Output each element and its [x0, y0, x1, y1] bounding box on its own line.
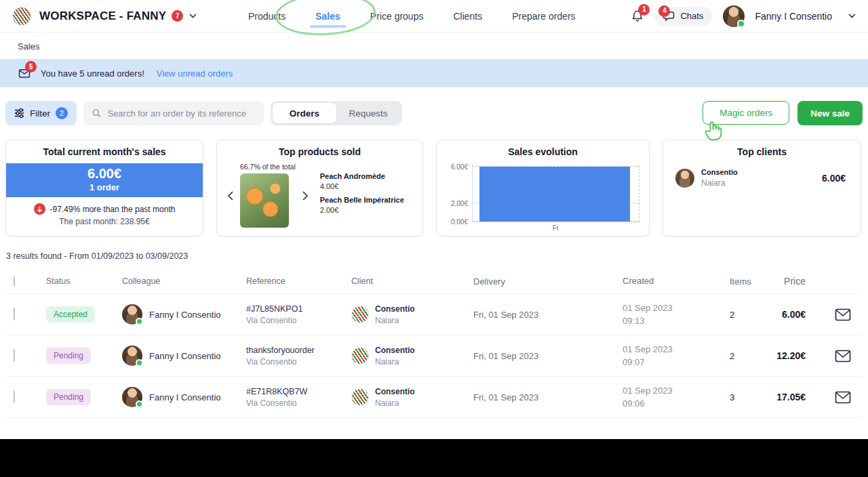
colleague-name: Fanny I Consentio: [149, 351, 221, 361]
header-status: Status: [38, 276, 114, 286]
created-date: 01 Sep 2023: [623, 343, 724, 356]
client-company: Consentio: [375, 304, 415, 314]
sales-evolution-title: Sales evolution: [437, 140, 649, 157]
top-products-share: 66.7% of the total: [240, 163, 296, 171]
search-input[interactable]: [107, 108, 256, 119]
table-row[interactable]: Accepted Fanny I Consentio #J7L85NKPO1 V…: [5, 293, 863, 335]
gridline-vertical: [639, 165, 639, 222]
order-price: 17.05€: [765, 392, 823, 402]
product-price: 4.00€: [320, 182, 404, 190]
unread-orders-badge: 5: [25, 61, 37, 72]
product-name: Peach Andromède: [320, 172, 404, 180]
client-logo-icon: [351, 347, 369, 365]
header-price: Price: [765, 276, 823, 287]
chats-label: Chats: [680, 11, 703, 21]
status-badge: Accepted: [46, 306, 95, 323]
client-avatar: [675, 169, 694, 188]
colleague-name: Fanny I Consentio: [149, 310, 221, 320]
workspace-chevron-down-icon[interactable]: [189, 14, 197, 18]
month-sales-amount: 6.00€: [6, 166, 203, 182]
consentio-logo-icon[interactable]: [12, 7, 31, 26]
client-company: Consentio: [701, 168, 738, 176]
colleague-avatar: [122, 346, 142, 366]
notifications-bell-button[interactable]: 1: [631, 9, 644, 23]
product-name: Peach Belle Impératrice: [320, 196, 404, 204]
created-time: 09:13: [623, 314, 724, 328]
message-envelope-icon[interactable]: [823, 308, 863, 321]
chats-button[interactable]: 4 Chats: [654, 7, 713, 26]
created-time: 09:06: [623, 397, 724, 411]
sales-evolution-plot: [472, 164, 639, 222]
month-sales-card: Total current month's sales 6.00€ 1 orde…: [5, 140, 203, 236]
colleague-avatar: [122, 387, 142, 407]
top-products-title: Top products sold: [217, 140, 422, 157]
delivery-date: Fri, 01 Sep 2023: [464, 310, 610, 320]
toolbar-actions: Magic orders New sale: [703, 101, 863, 125]
filter-button[interactable]: Filter 2: [5, 101, 77, 125]
table-header-row: Status Colleague Reference Client Delive…: [5, 269, 863, 293]
orders-toolbar: Filter 2 Orders Requests Magic orders Ne…: [5, 101, 863, 125]
y-tick: 2.00€: [451, 200, 468, 207]
order-reference: #J7L85NKPO1: [246, 304, 343, 314]
product-price: 2.00€: [320, 206, 404, 214]
select-all-checkbox[interactable]: [14, 276, 15, 287]
nav-products[interactable]: Products: [248, 0, 285, 33]
arrow-down-icon: [34, 203, 45, 215]
table-row[interactable]: Pending Fanny I Consentio #E71R8KQB7W Vi…: [5, 376, 863, 417]
top-products-body: 66.7% of the total Peach Andromède 4.00€…: [217, 157, 422, 228]
client-logo-icon: [351, 306, 369, 323]
carousel-next-icon[interactable]: [302, 191, 308, 201]
order-via: Via Consentio: [246, 357, 343, 367]
view-unread-orders-link[interactable]: View unread orders: [157, 68, 233, 79]
breadcrumb: Sales: [0, 33, 868, 59]
magic-orders-button[interactable]: Magic orders: [703, 101, 789, 125]
client-company: Consentio: [375, 346, 415, 355]
nav-prepare-orders[interactable]: Prepare orders: [512, 0, 575, 33]
sales-evolution-chart: 6.00€ 2.00€ 0.00€: [443, 164, 639, 222]
unread-orders-banner: 5 You have 5 unread orders! View unread …: [0, 59, 868, 87]
row-checkbox[interactable]: [14, 390, 15, 403]
client-name: Naiara: [375, 357, 415, 367]
nav-price-groups[interactable]: Price groups: [370, 0, 424, 33]
month-sales-title: Total current month's sales: [6, 140, 203, 157]
chart-y-axis: 6.00€ 2.00€ 0.00€: [443, 164, 472, 222]
toggle-orders[interactable]: Orders: [273, 103, 336, 123]
user-avatar[interactable]: [723, 5, 745, 27]
top-clients-card: Top clients Consentio Naiara 6.00€: [663, 140, 861, 236]
user-menu-chevron-down-icon[interactable]: [848, 14, 856, 18]
client-names: Consentio Naiara: [701, 168, 738, 188]
header-reference: Reference: [237, 276, 343, 286]
filter-icon: [14, 108, 24, 118]
nav-clients[interactable]: Clients: [453, 0, 482, 33]
new-sale-button[interactable]: New sale: [797, 101, 863, 125]
toggle-requests[interactable]: Requests: [336, 103, 400, 123]
chart-x-label: Fr: [472, 224, 639, 232]
carousel-prev-icon[interactable]: [228, 191, 233, 201]
status-badge: Pending: [46, 348, 91, 364]
items-count: 2: [724, 351, 765, 361]
table-row[interactable]: Pending Fanny I Consentio thanksforyouor…: [5, 335, 863, 376]
row-checkbox[interactable]: [14, 349, 15, 362]
client-amount: 6.00€: [822, 173, 846, 184]
workspace-notification-badge: 7: [172, 10, 183, 22]
message-envelope-icon[interactable]: [823, 350, 863, 362]
message-envelope-icon[interactable]: [823, 391, 863, 404]
top-navbar: WORKSPACE - FANNY 7 Products Sales Price…: [0, 0, 868, 33]
colleague-name: Fanny I Consentio: [149, 392, 221, 402]
order-price: 6.00€: [765, 309, 823, 320]
client-name: Naiara: [375, 398, 415, 408]
top-client-row: Consentio Naiara 6.00€: [663, 157, 861, 188]
colleague-avatar: [122, 304, 142, 325]
y-tick: 0.00€: [451, 218, 468, 226]
nav-sales[interactable]: Sales: [315, 0, 340, 33]
items-count: 3: [724, 392, 765, 402]
order-reference: thanksforyouorder: [246, 346, 343, 355]
delivery-date: Fri, 01 Sep 2023: [464, 392, 610, 402]
top-products-card: Top products sold 66.7% of the total Pea…: [216, 140, 423, 236]
product-photo: [240, 173, 289, 228]
main-nav: Products Sales Price groups Clients Prep…: [248, 0, 576, 33]
sales-evolution-card: Sales evolution 6.00€ 2.00€ 0.00€ Fr: [436, 140, 650, 236]
user-name[interactable]: Fanny I Consentio: [755, 11, 832, 22]
orders-table: Status Colleague Reference Client Delive…: [5, 269, 863, 418]
row-checkbox[interactable]: [14, 308, 15, 320]
